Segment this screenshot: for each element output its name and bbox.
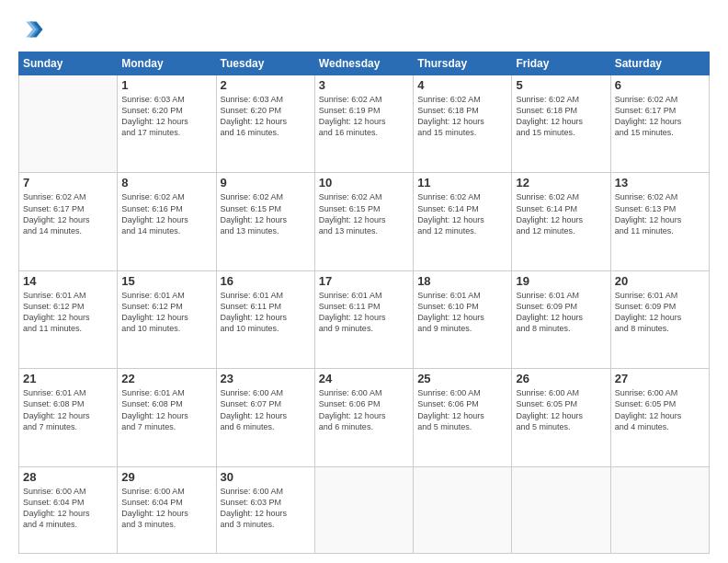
calendar-day-cell: 19Sunrise: 6:01 AM Sunset: 6:09 PM Dayli… — [512, 270, 610, 368]
calendar-day-cell — [512, 466, 610, 553]
day-number: 16 — [221, 274, 311, 288]
day-info: Sunrise: 6:01 AM Sunset: 6:09 PM Dayligh… — [516, 290, 606, 335]
day-number: 11 — [417, 176, 507, 190]
day-number: 13 — [615, 176, 705, 190]
calendar-week-row: 14Sunrise: 6:01 AM Sunset: 6:12 PM Dayli… — [19, 270, 710, 368]
calendar-day-cell: 11Sunrise: 6:02 AM Sunset: 6:14 PM Dayli… — [414, 173, 512, 270]
day-number: 1 — [121, 78, 211, 92]
day-info: Sunrise: 6:00 AM Sunset: 6:04 PM Dayligh… — [23, 486, 113, 531]
column-header-saturday: Saturday — [610, 52, 709, 75]
day-number: 19 — [516, 274, 606, 288]
day-info: Sunrise: 6:02 AM Sunset: 6:15 PM Dayligh… — [319, 191, 409, 236]
day-info: Sunrise: 6:00 AM Sunset: 6:06 PM Dayligh… — [319, 387, 409, 432]
page: SundayMondayTuesdayWednesdayThursdayFrid… — [0, 0, 728, 563]
logo-icon — [18, 17, 44, 42]
column-header-thursday: Thursday — [414, 52, 512, 75]
day-info: Sunrise: 6:02 AM Sunset: 6:17 PM Dayligh… — [23, 191, 113, 236]
day-info: Sunrise: 6:02 AM Sunset: 6:15 PM Dayligh… — [221, 191, 311, 236]
day-number: 21 — [23, 372, 113, 385]
column-header-monday: Monday — [118, 52, 216, 75]
day-number: 24 — [319, 372, 409, 385]
calendar-day-cell: 22Sunrise: 6:01 AM Sunset: 6:08 PM Dayli… — [118, 369, 216, 466]
column-header-sunday: Sunday — [19, 52, 118, 75]
day-number: 23 — [221, 372, 311, 385]
day-info: Sunrise: 6:01 AM Sunset: 6:12 PM Dayligh… — [23, 290, 113, 335]
calendar-week-row: 1Sunrise: 6:03 AM Sunset: 6:20 PM Daylig… — [19, 75, 710, 173]
calendar-day-cell: 25Sunrise: 6:00 AM Sunset: 6:06 PM Dayli… — [414, 369, 512, 466]
day-number: 17 — [319, 274, 409, 288]
calendar-day-cell: 2Sunrise: 6:03 AM Sunset: 6:20 PM Daylig… — [216, 75, 314, 173]
day-info: Sunrise: 6:03 AM Sunset: 6:20 PM Dayligh… — [221, 94, 311, 139]
calendar-day-cell: 4Sunrise: 6:02 AM Sunset: 6:18 PM Daylig… — [414, 75, 512, 173]
calendar-day-cell: 13Sunrise: 6:02 AM Sunset: 6:13 PM Dayli… — [610, 173, 709, 270]
day-number: 30 — [221, 470, 311, 484]
calendar-day-cell — [19, 75, 118, 173]
day-info: Sunrise: 6:01 AM Sunset: 6:08 PM Dayligh… — [23, 387, 113, 432]
calendar-day-cell: 18Sunrise: 6:01 AM Sunset: 6:10 PM Dayli… — [414, 270, 512, 368]
calendar-table: SundayMondayTuesdayWednesdayThursdayFrid… — [18, 52, 710, 554]
calendar-day-cell: 5Sunrise: 6:02 AM Sunset: 6:18 PM Daylig… — [512, 75, 610, 173]
day-number: 27 — [615, 372, 705, 385]
day-number: 29 — [121, 470, 211, 484]
calendar-week-row: 7Sunrise: 6:02 AM Sunset: 6:17 PM Daylig… — [19, 173, 710, 270]
day-number: 18 — [417, 274, 507, 288]
day-number: 28 — [23, 470, 113, 484]
calendar-day-cell: 14Sunrise: 6:01 AM Sunset: 6:12 PM Dayli… — [19, 270, 118, 368]
day-number: 12 — [516, 176, 606, 190]
day-number: 22 — [121, 372, 211, 385]
day-number: 25 — [417, 372, 507, 385]
day-info: Sunrise: 6:00 AM Sunset: 6:05 PM Dayligh… — [516, 387, 606, 432]
calendar-day-cell: 23Sunrise: 6:00 AM Sunset: 6:07 PM Dayli… — [216, 369, 314, 466]
day-info: Sunrise: 6:00 AM Sunset: 6:07 PM Dayligh… — [221, 387, 311, 432]
day-info: Sunrise: 6:02 AM Sunset: 6:13 PM Dayligh… — [615, 191, 705, 236]
day-number: 8 — [121, 176, 211, 190]
column-header-wednesday: Wednesday — [314, 52, 413, 75]
day-info: Sunrise: 6:00 AM Sunset: 6:06 PM Dayligh… — [417, 387, 507, 432]
calendar-day-cell: 16Sunrise: 6:01 AM Sunset: 6:11 PM Dayli… — [216, 270, 314, 368]
calendar-day-cell: 9Sunrise: 6:02 AM Sunset: 6:15 PM Daylig… — [216, 173, 314, 270]
calendar-day-cell: 8Sunrise: 6:02 AM Sunset: 6:16 PM Daylig… — [118, 173, 216, 270]
calendar-day-cell: 3Sunrise: 6:02 AM Sunset: 6:19 PM Daylig… — [314, 75, 413, 173]
calendar-day-cell: 26Sunrise: 6:00 AM Sunset: 6:05 PM Dayli… — [512, 369, 610, 466]
calendar-day-cell: 15Sunrise: 6:01 AM Sunset: 6:12 PM Dayli… — [118, 270, 216, 368]
day-number: 26 — [516, 372, 606, 385]
calendar-day-cell — [314, 466, 413, 553]
day-info: Sunrise: 6:01 AM Sunset: 6:11 PM Dayligh… — [221, 290, 311, 335]
day-info: Sunrise: 6:02 AM Sunset: 6:16 PM Dayligh… — [121, 191, 211, 236]
logo — [18, 17, 48, 42]
day-info: Sunrise: 6:00 AM Sunset: 6:04 PM Dayligh… — [121, 486, 211, 531]
day-info: Sunrise: 6:01 AM Sunset: 6:08 PM Dayligh… — [121, 387, 211, 432]
day-info: Sunrise: 6:02 AM Sunset: 6:18 PM Dayligh… — [417, 94, 507, 139]
day-number: 3 — [319, 78, 409, 92]
calendar-day-cell — [610, 466, 709, 553]
calendar-day-cell: 27Sunrise: 6:00 AM Sunset: 6:05 PM Dayli… — [610, 369, 709, 466]
calendar-day-cell: 20Sunrise: 6:01 AM Sunset: 6:09 PM Dayli… — [610, 270, 709, 368]
calendar-day-cell: 7Sunrise: 6:02 AM Sunset: 6:17 PM Daylig… — [19, 173, 118, 270]
calendar-day-cell: 30Sunrise: 6:00 AM Sunset: 6:03 PM Dayli… — [216, 466, 314, 553]
day-info: Sunrise: 6:00 AM Sunset: 6:03 PM Dayligh… — [221, 486, 311, 531]
day-number: 10 — [319, 176, 409, 190]
day-number: 15 — [121, 274, 211, 288]
day-info: Sunrise: 6:02 AM Sunset: 6:19 PM Dayligh… — [319, 94, 409, 139]
column-header-friday: Friday — [512, 52, 610, 75]
calendar-day-cell: 24Sunrise: 6:00 AM Sunset: 6:06 PM Dayli… — [314, 369, 413, 466]
calendar-day-cell — [414, 466, 512, 553]
day-number: 4 — [417, 78, 507, 92]
day-info: Sunrise: 6:01 AM Sunset: 6:11 PM Dayligh… — [319, 290, 409, 335]
day-info: Sunrise: 6:02 AM Sunset: 6:18 PM Dayligh… — [516, 94, 606, 139]
day-number: 2 — [221, 78, 311, 92]
calendar-day-cell: 28Sunrise: 6:00 AM Sunset: 6:04 PM Dayli… — [19, 466, 118, 553]
day-number: 7 — [23, 176, 113, 190]
day-number: 5 — [516, 78, 606, 92]
calendar-day-cell: 17Sunrise: 6:01 AM Sunset: 6:11 PM Dayli… — [314, 270, 413, 368]
calendar-day-cell: 29Sunrise: 6:00 AM Sunset: 6:04 PM Dayli… — [118, 466, 216, 553]
day-info: Sunrise: 6:02 AM Sunset: 6:17 PM Dayligh… — [615, 94, 705, 139]
header — [18, 17, 710, 42]
day-info: Sunrise: 6:01 AM Sunset: 6:09 PM Dayligh… — [615, 290, 705, 335]
calendar-day-cell: 6Sunrise: 6:02 AM Sunset: 6:17 PM Daylig… — [610, 75, 709, 173]
calendar-week-row: 21Sunrise: 6:01 AM Sunset: 6:08 PM Dayli… — [19, 369, 710, 466]
day-info: Sunrise: 6:02 AM Sunset: 6:14 PM Dayligh… — [417, 191, 507, 236]
day-number: 14 — [23, 274, 113, 288]
day-info: Sunrise: 6:03 AM Sunset: 6:20 PM Dayligh… — [121, 94, 211, 139]
calendar-day-cell: 12Sunrise: 6:02 AM Sunset: 6:14 PM Dayli… — [512, 173, 610, 270]
